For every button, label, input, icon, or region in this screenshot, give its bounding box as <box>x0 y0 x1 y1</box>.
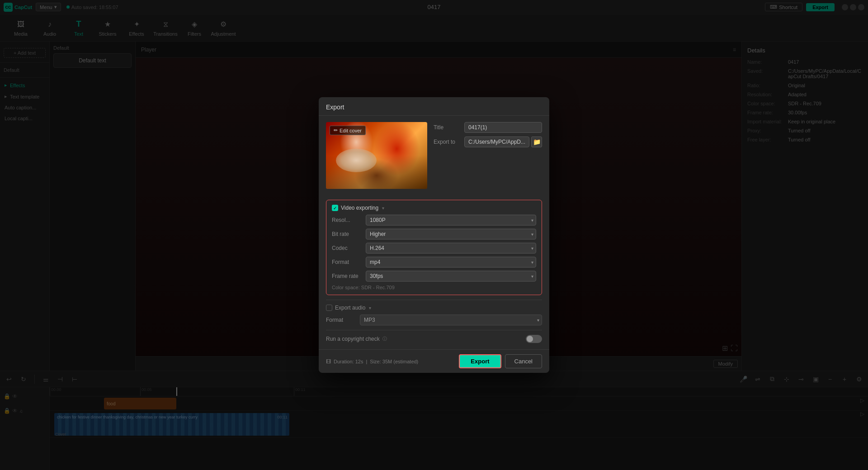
copyright-row: Run a copyright check ⓘ <box>326 330 542 343</box>
resolution-label: Resol... <box>332 217 366 223</box>
copyright-text: Run a copyright check <box>326 336 380 342</box>
video-export-checkbox[interactable]: ✓ <box>332 205 338 211</box>
dialog-footer: 🎞 Duration: 12s | Size: 35M (estimated) … <box>319 349 549 373</box>
resolution-row: Resol... 720P 1080P 2K 4K ▾ <box>332 215 536 226</box>
export-button[interactable]: Export <box>459 354 501 368</box>
size-text: Size: 35M (estimated) <box>370 359 418 364</box>
pencil-icon: ✏ <box>334 127 338 133</box>
audio-section-label: Export audio <box>335 305 365 311</box>
copyright-label: Run a copyright check ⓘ <box>326 336 387 342</box>
bitrate-label: Bit rate <box>332 231 366 237</box>
resolution-select[interactable]: 720P 1080P 2K 4K <box>366 215 536 226</box>
dialog-overlay: Export ✏ Edit cover <box>0 0 868 470</box>
footer-separator: | <box>366 359 367 364</box>
format-label: Format <box>332 259 366 265</box>
toggle-knob <box>527 336 533 342</box>
audio-format-row: Format MP3 ▾ <box>326 315 542 325</box>
copyright-toggle[interactable] <box>526 335 542 343</box>
framerate-select[interactable]: 24fps 25fps 30fps 60fps <box>366 271 536 282</box>
format-row: Format mp4 mov ▾ <box>332 257 536 268</box>
video-section-header: ✓ Video exporting ▾ <box>332 205 536 211</box>
audio-section-header: Export audio ▾ <box>326 305 542 311</box>
audio-format-select-wrapper: MP3 ▾ <box>360 315 542 325</box>
resolution-select-wrapper: 720P 1080P 2K 4K ▾ <box>366 215 536 226</box>
export-to-field: C:/Users/MyPC/AppD... 📁 <box>464 136 542 147</box>
duration-text: Duration: 12s <box>334 359 363 364</box>
video-exporting-section: ✓ Video exporting ▾ Resol... 720P 1080P … <box>326 200 542 295</box>
plate-element <box>336 149 377 172</box>
video-info-icon: ▾ <box>382 206 384 211</box>
dialog-two-col: ✏ Edit cover Title Export to C:/Users/My… <box>326 122 542 195</box>
dialog-title: Export <box>319 97 549 116</box>
copyright-info-icon: ⓘ <box>382 336 387 342</box>
framerate-row: Frame rate 24fps 25fps 30fps 60fps ▾ <box>332 271 536 282</box>
title-label: Title <box>434 124 461 131</box>
title-field-row: Title <box>434 122 542 133</box>
export-path-text: C:/Users/MyPC/AppD... <box>464 136 529 147</box>
film-icon: 🎞 <box>326 359 331 364</box>
audio-export-section: Export audio ▾ Format MP3 ▾ <box>326 300 542 325</box>
video-section-label: Video exporting <box>341 205 378 211</box>
color-space-label: Color space: SDR - Rec.709 <box>332 285 536 290</box>
codec-select-wrapper: H.264 H.265 ▾ <box>366 243 536 254</box>
footer-buttons: Export Cancel <box>459 354 542 368</box>
bitrate-select-wrapper: Low Medium Higher Highest ▾ <box>366 229 536 240</box>
bitrate-row: Bit rate Low Medium Higher Highest ▾ <box>332 229 536 240</box>
cover-preview-area: ✏ Edit cover <box>326 122 427 189</box>
bitrate-select[interactable]: Low Medium Higher Highest <box>366 229 536 240</box>
audio-info-icon: ▾ <box>369 306 371 310</box>
export-to-label: Export to <box>434 139 461 145</box>
dialog-right-fields: Title Export to C:/Users/MyPC/AppD... 📁 <box>434 122 542 195</box>
format-select-wrapper: mp4 mov ▾ <box>366 257 536 268</box>
folder-browse-button[interactable]: 📁 <box>531 136 542 147</box>
export-dialog: Export ✏ Edit cover <box>319 97 549 373</box>
export-to-field-row: Export to C:/Users/MyPC/AppD... 📁 <box>434 136 542 147</box>
format-select[interactable]: mp4 mov <box>366 257 536 268</box>
cancel-button[interactable]: Cancel <box>505 354 542 368</box>
codec-select[interactable]: H.264 H.265 <box>366 243 536 254</box>
framerate-label: Frame rate <box>332 273 366 279</box>
edit-cover-label: Edit cover <box>340 128 362 133</box>
framerate-select-wrapper: 24fps 25fps 30fps 60fps ▾ <box>366 271 536 282</box>
dialog-body: ✏ Edit cover Title Export to C:/Users/My… <box>319 116 549 349</box>
footer-info: 🎞 Duration: 12s | Size: 35M (estimated) <box>326 359 418 364</box>
edit-cover-button[interactable]: ✏ Edit cover <box>330 126 366 135</box>
audio-format-select: MP3 <box>360 315 542 325</box>
audio-export-checkbox[interactable] <box>326 305 332 311</box>
codec-row: Codec H.264 H.265 ▾ <box>332 243 536 254</box>
audio-format-label: Format <box>326 317 360 323</box>
codec-label: Codec <box>332 245 366 251</box>
title-input[interactable] <box>464 122 542 133</box>
